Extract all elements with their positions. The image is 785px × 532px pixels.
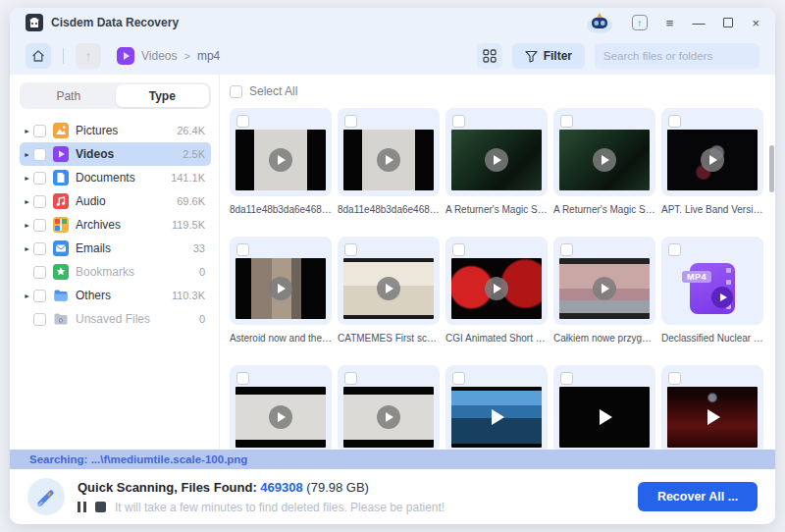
video-thumbnail (236, 258, 326, 319)
breadcrumb-sub[interactable]: mp4 (197, 49, 220, 63)
sidebar-item-unsaved-files[interactable]: Unsaved Files 0 (20, 307, 211, 331)
item-count: 119.5K (172, 219, 205, 231)
item-count: 69.6K (177, 195, 205, 207)
item-checkbox[interactable] (33, 266, 46, 279)
file-tile[interactable]: MP4 (661, 237, 763, 325)
expand-arrow-icon[interactable]: ► (24, 151, 33, 158)
scrollbar[interactable] (769, 145, 774, 192)
pause-button[interactable] (78, 502, 86, 512)
file-tile[interactable] (445, 108, 548, 196)
select-all-label: Select All (249, 84, 297, 98)
tile-checkbox[interactable] (452, 115, 465, 128)
file-tile[interactable] (661, 108, 763, 196)
expand-arrow-icon[interactable]: ► (24, 198, 33, 205)
file-grid-area: Select All 8da11e48b3da6e468d12... 8da11… (220, 75, 775, 450)
sidebar-item-bookmarks[interactable]: Bookmarks 0 (20, 260, 211, 284)
item-checkbox[interactable] (33, 242, 46, 255)
share-icon[interactable]: ↑ (632, 15, 648, 30)
video-thumbnail (559, 258, 650, 319)
item-count: 110.3K (172, 290, 205, 301)
close-icon[interactable]: × (752, 17, 759, 29)
expand-arrow-icon[interactable]: ► (24, 293, 33, 299)
tile-checkbox[interactable] (668, 243, 681, 256)
file-tile[interactable] (445, 237, 548, 325)
sidebar-item-archives[interactable]: ► Archives 119.5K (20, 213, 211, 237)
file-tile[interactable] (553, 108, 655, 196)
expand-arrow-icon[interactable]: ► (24, 175, 33, 182)
tile-checkbox[interactable] (560, 372, 573, 385)
videos-icon (53, 146, 69, 162)
sidebar-item-audio[interactable]: ► Audio 69.6K (20, 189, 211, 213)
item-checkbox[interactable] (33, 290, 46, 302)
file-name: CGI Animated Short Film ... (445, 333, 548, 344)
expand-arrow-icon[interactable]: ► (24, 245, 33, 252)
tile-checkbox[interactable] (236, 115, 249, 128)
tile-checkbox[interactable] (344, 372, 357, 385)
tile-checkbox[interactable] (344, 243, 357, 256)
item-checkbox[interactable] (33, 148, 46, 161)
video-thumbnail (343, 258, 434, 319)
file-name: A Returner's Magic Shoul... (445, 204, 548, 215)
file-name: 8da11e48b3da6e468d12... (230, 204, 332, 215)
tile-checkbox[interactable] (668, 372, 681, 385)
file-tile[interactable] (553, 365, 655, 450)
file-tile[interactable] (338, 108, 440, 196)
item-checkbox[interactable] (33, 195, 46, 208)
minimize-icon[interactable]: — (692, 17, 705, 29)
search-input[interactable] (603, 50, 755, 62)
sidebar-item-documents[interactable]: ► Documents 141.1K (20, 166, 211, 189)
file-name: Declassified Nuclear Test... (661, 333, 763, 344)
breadcrumb-folder[interactable]: Videos (141, 49, 177, 63)
stop-button[interactable] (95, 502, 106, 512)
sidebar-item-others[interactable]: ► Others 110.3K (20, 284, 211, 307)
tile-checkbox[interactable] (452, 372, 465, 385)
videos-badge-icon (117, 47, 134, 65)
expand-arrow-icon[interactable]: ► (24, 128, 33, 134)
sidebar-item-videos[interactable]: ► Videos 2.5K (20, 142, 211, 166)
item-label: Audio (76, 194, 177, 208)
file-tile[interactable] (230, 237, 332, 325)
tile-checkbox[interactable] (344, 115, 357, 128)
scan-size: (79.98 GB) (303, 480, 369, 495)
file-cell: 8da11e48b3da6e468d12... (338, 108, 440, 215)
home-button[interactable] (26, 43, 51, 69)
tile-checkbox[interactable] (236, 243, 249, 256)
file-tile[interactable] (338, 365, 440, 450)
file-tile[interactable] (230, 108, 332, 196)
tab-path[interactable]: Path (22, 84, 116, 107)
mascot-icon[interactable] (586, 11, 613, 34)
select-all-checkbox[interactable] (230, 85, 242, 98)
emails-icon (53, 240, 69, 256)
searching-status-bar: Searching: ...\f\mediumtile.scale-100.pn… (10, 450, 775, 469)
file-tile[interactable] (445, 365, 548, 450)
select-all[interactable]: Select All (230, 82, 769, 100)
tile-checkbox[interactable] (452, 243, 465, 256)
sidebar-item-pictures[interactable]: ► Pictures 26.4K (20, 119, 211, 142)
filter-button[interactable]: Filter (512, 43, 585, 69)
view-mode-button[interactable] (477, 43, 502, 69)
item-checkbox[interactable] (33, 219, 46, 232)
item-checkbox[interactable] (33, 125, 46, 137)
up-folder-button[interactable]: ↑ (76, 43, 101, 69)
maximize-icon[interactable] (723, 17, 733, 29)
expand-arrow-icon[interactable]: ► (24, 222, 33, 229)
menu-icon[interactable]: ≡ (666, 17, 674, 29)
file-tile[interactable] (338, 237, 440, 325)
file-tile[interactable] (230, 365, 332, 450)
breadcrumb: Videos > mp4 (117, 47, 220, 65)
item-count: 141.1K (171, 172, 205, 184)
file-tile[interactable] (553, 237, 655, 325)
tile-checkbox[interactable] (560, 243, 573, 256)
filter-label: Filter (544, 49, 572, 63)
tile-checkbox[interactable] (560, 115, 573, 128)
item-checkbox[interactable] (33, 313, 46, 326)
recover-all-button[interactable]: Recover All ... (638, 482, 758, 511)
sidebar-item-emails[interactable]: ► Emails 33 (20, 237, 211, 260)
file-tile[interactable] (661, 365, 763, 450)
tile-checkbox[interactable] (236, 372, 249, 385)
item-checkbox[interactable] (33, 172, 46, 185)
play-icon (593, 148, 616, 172)
tile-checkbox[interactable] (668, 115, 681, 128)
tab-type[interactable]: Type (116, 84, 210, 107)
sidebar-tabs: Path Type (20, 82, 211, 109)
